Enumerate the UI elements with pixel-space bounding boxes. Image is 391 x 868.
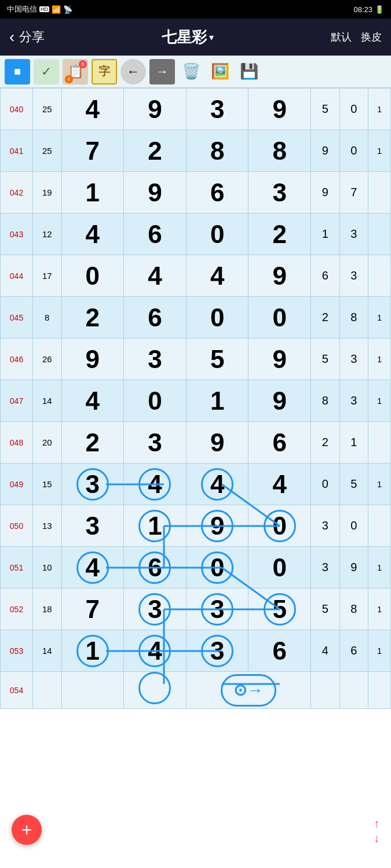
row-045-n5: 2 [311,297,340,339]
row-045-n6: 8 [339,297,368,339]
row-044-n2: 4 [124,255,187,297]
row-042-extra [368,172,391,214]
row-041-sum: 25 [32,130,61,172]
row-047-sum: 14 [32,380,61,422]
row-054-sum [32,672,61,709]
photos-icon: 🖼️ [211,62,229,80]
row-051-id: 051 [1,547,33,589]
share-button[interactable]: 分享 [19,28,45,46]
circle-050-n3: 9 [201,510,233,542]
default-button[interactable]: 默认 [331,30,352,44]
char-icon: 字 [98,64,110,79]
row-054-n6 [339,672,368,709]
row-043-n1: 4 [61,214,124,255]
table-container: 040 25 4 9 3 9 5 0 1 041 25 7 2 8 8 9 0 … [0,88,391,709]
circle-052-n4: 5 [264,593,296,626]
row-051-n5: 3 [311,547,340,589]
row-053-sum: 14 [32,630,61,672]
table-row: 051 10 4 6 0 0 3 9 1 [1,547,391,589]
row-047-n3: 1 [186,380,249,422]
row-043-id: 043 [1,214,33,255]
fab-button[interactable]: + [12,815,42,845]
row-054-extra [368,672,391,709]
row-043-n4: 2 [249,214,311,255]
wifi-icon: 📡 [63,5,72,14]
table-row: 054 ⊙→ [1,672,391,709]
row-041-extra: 1 [368,130,391,172]
row-043-n3: 0 [186,214,249,255]
row-041-n2: 2 [124,130,187,172]
row-047-id: 047 [1,380,33,422]
toolbar-save-btn[interactable]: 💾 [236,59,262,84]
table-row: 047 14 4 0 1 9 8 3 1 [1,380,391,422]
row-051-n1: 4 [61,547,124,589]
row-043-n5: 1 [311,214,340,255]
row-048-sum: 20 [32,422,61,464]
scroll-down-icon[interactable]: ↓ [374,832,379,845]
row-040-id: 040 [1,89,33,130]
badge-bottom: 6 [65,75,73,83]
toolbar-trash-btn[interactable]: 🗑️ [178,59,204,84]
row-049-n4: 4 [249,464,311,505]
row-052-n3: 3 [186,589,249,630]
toolbar-check-btn[interactable]: ✓ [34,59,59,84]
row-046-n6: 3 [339,339,368,380]
app-title: 七星彩 [162,27,207,47]
scroll-arrows[interactable]: ↑ ↓ [374,817,379,845]
toolbar-badge-btn[interactable]: 📋 8 6 [63,59,88,84]
row-053-n2: 4 [124,630,187,672]
circle-050-n4: 0 [264,510,296,542]
row-054-n2 [124,672,187,709]
row-052-sum: 18 [32,589,61,630]
row-041-n1: 7 [61,130,124,172]
skin-button[interactable]: 换皮 [361,30,382,44]
row-047-n1: 4 [61,380,124,422]
status-right: 08:23 🔋 [353,5,384,14]
row-049-sum: 15 [32,464,61,505]
row-045-n1: 2 [61,297,124,339]
toolbar-blue-square[interactable]: ■ [5,59,30,84]
row-054-n3n4: ⊙→ [186,672,310,709]
row-041-n3: 8 [186,130,249,172]
row-047-n4: 9 [249,380,311,422]
row-042-n4: 3 [249,172,311,214]
row-052-n5: 5 [311,589,340,630]
toolbar-back-btn[interactable]: ← [120,59,146,84]
row-047-n2: 0 [124,380,187,422]
table-row: 050 13 3 1 9 0 3 0 [1,505,391,547]
row-052-n2: 3 [124,589,187,630]
table-row: 042 19 1 9 6 3 9 7 [1,172,391,214]
circle-052-n3: 3 [201,593,233,626]
carrier-text: 中国电信 [7,4,37,14]
row-052-n6: 8 [339,589,368,630]
row-045-extra: 1 [368,297,391,339]
header: ‹ 分享 七星彩 ▾ 默认 换皮 [0,19,391,56]
row-046-sum: 26 [32,339,61,380]
row-050-n3: 9 [186,505,249,547]
row-043-sum: 12 [32,214,61,255]
row-043-extra [368,214,391,255]
row-052-n4: 5 [249,589,311,630]
toolbar-fwd-btn[interactable]: → [149,59,175,84]
toolbar-photos-btn[interactable]: 🖼️ [207,59,233,84]
row-047-n6: 3 [339,380,368,422]
signal-icon: 📶 [52,5,61,14]
row-050-n6: 0 [339,505,368,547]
row-053-n3: 3 [186,630,249,672]
circle-049-n2: 4 [138,468,171,501]
title-dropdown-icon[interactable]: ▾ [209,32,214,43]
row-041-n5: 9 [311,130,340,172]
row-050-id: 050 [1,505,33,547]
toolbar-char-btn[interactable]: 字 [92,59,117,84]
scroll-up-icon[interactable]: ↑ [374,817,379,830]
row-041-n4: 8 [249,130,311,172]
table-row: 048 20 2 3 9 6 2 1 [1,422,391,464]
table-row: 040 25 4 9 3 9 5 0 1 [1,89,391,130]
table-row: 041 25 7 2 8 8 9 0 1 [1,130,391,172]
back-button[interactable]: ‹ [9,28,14,46]
row-053-id: 053 [1,630,33,672]
fwd-arrow-icon: → [156,64,169,79]
row-042-n3: 6 [186,172,249,214]
row-050-n5: 3 [311,505,340,547]
back-arrow-icon: ← [127,64,140,79]
